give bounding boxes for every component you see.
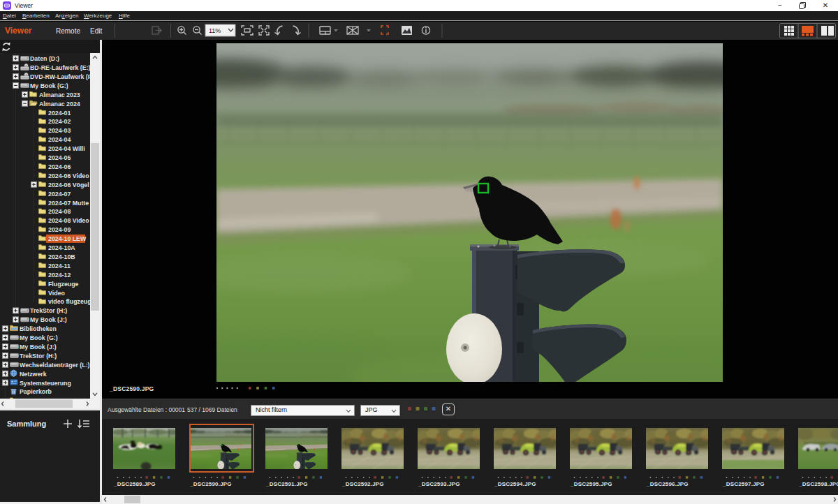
svg-text:My Book (G:): My Book (G:)	[20, 334, 58, 341]
svg-text:2024-05: 2024-05	[48, 154, 71, 161]
svg-text:2024-08: 2024-08	[48, 208, 71, 215]
svg-text:2024-06 Vögel: 2024-06 Vögel	[48, 181, 89, 188]
svg-text:video flugzeug: video flugzeug	[48, 298, 90, 305]
svg-text:2024-04 Willi: 2024-04 Willi	[48, 145, 85, 152]
svg-text:My Book (J:): My Book (J:)	[20, 343, 57, 350]
svg-text:2024-08 Video: 2024-08 Video	[48, 217, 89, 224]
svg-text:My Book (J:): My Book (J:)	[30, 316, 67, 323]
svg-text:2024-10A: 2024-10A	[48, 244, 75, 251]
svg-text:Flugzeuge: Flugzeuge	[48, 281, 79, 288]
svg-text:Wechseldatenträger (L:): Wechseldatenträger (L:)	[20, 362, 90, 369]
svg-text:11%: 11%	[209, 27, 221, 34]
svg-text:Daten (D:): Daten (D:)	[30, 55, 59, 62]
svg-text:Bibliotheken: Bibliotheken	[20, 325, 57, 332]
svg-text:2024-06 Video: 2024-06 Video	[48, 172, 89, 179]
svg-text:Systemsteuerung: Systemsteuerung	[20, 380, 71, 387]
svg-text:Almanac 2023: Almanac 2023	[39, 91, 80, 98]
svg-text:2024-02: 2024-02	[48, 118, 71, 125]
svg-text:2024-06: 2024-06	[48, 163, 71, 170]
svg-text:2024-10 LEW: 2024-10 LEW	[48, 235, 87, 242]
svg-text:2024-10B: 2024-10B	[48, 253, 75, 260]
svg-text:2024-09: 2024-09	[48, 226, 71, 233]
svg-text:Netzwerk: Netzwerk	[20, 371, 47, 378]
svg-text:2024-04: 2024-04	[48, 136, 71, 143]
svg-text:DVD-RW-Laufwerk (F: DVD-RW-Laufwerk (F	[30, 73, 90, 80]
svg-text:2024-01: 2024-01	[48, 110, 71, 117]
svg-text:2024-07: 2024-07	[48, 191, 71, 198]
svg-text:TrekStor (H:): TrekStor (H:)	[30, 307, 67, 314]
svg-text:2024-07 Mutte: 2024-07 Mutte	[48, 200, 89, 207]
svg-text:2024-03: 2024-03	[48, 127, 71, 134]
svg-text:BD-RE-Laufwerk (E:): BD-RE-Laufwerk (E:)	[30, 64, 90, 71]
svg-text:2024-12: 2024-12	[48, 272, 71, 279]
svg-text:Almanac 2024: Almanac 2024	[39, 101, 80, 108]
svg-text:2024-11: 2024-11	[48, 262, 71, 269]
svg-text:Video: Video	[48, 290, 65, 297]
svg-text:TrekStor (H:): TrekStor (H:)	[20, 353, 57, 360]
svg-text:My Book (G:): My Book (G:)	[30, 82, 68, 89]
svg-text:Papierkorb: Papierkorb	[20, 388, 52, 395]
